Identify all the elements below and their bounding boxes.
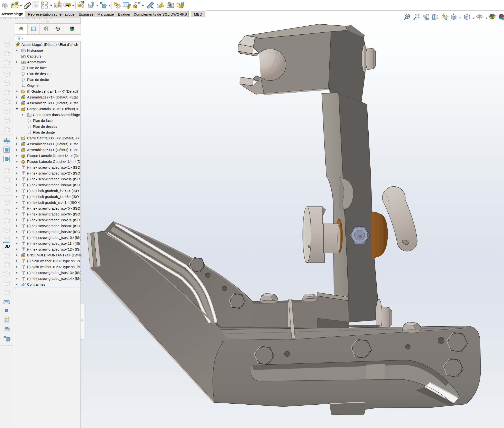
svg-text:A: A xyxy=(445,17,447,20)
svg-text:A: A xyxy=(23,62,24,64)
